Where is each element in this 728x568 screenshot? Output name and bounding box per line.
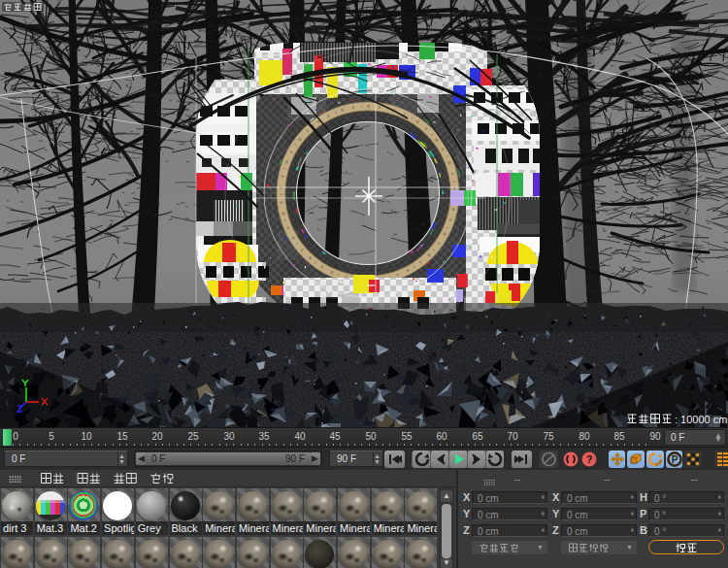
svg-text:?: ? [586, 453, 593, 465]
svg-text:P: P [672, 454, 678, 465]
svg-text:: 10000 cm: : 10000 cm [675, 414, 727, 425]
